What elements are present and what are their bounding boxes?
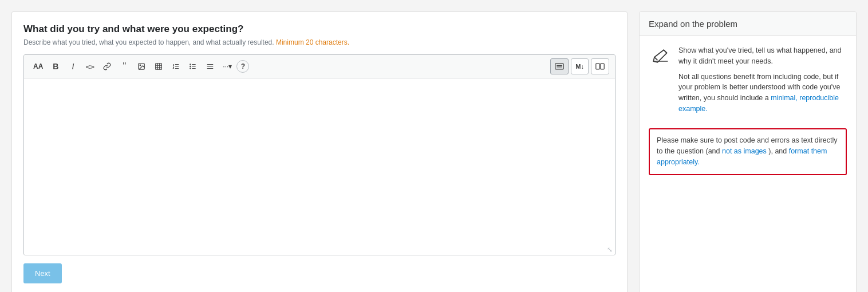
svg-rect-2	[156, 64, 162, 70]
svg-point-13	[190, 64, 191, 65]
main-panel: What did you try and what were you expec…	[11, 11, 628, 292]
pencil-icon	[649, 45, 670, 67]
warning-text: Please make sure to post code and errors…	[657, 135, 839, 168]
question-subtitle: Describe what you tried, what you expect…	[23, 38, 616, 46]
view-markdown-btn[interactable]: M↓	[571, 58, 589, 74]
svg-point-1	[140, 65, 141, 66]
tip-paragraph2: Not all questions benefit from including…	[678, 72, 847, 115]
sidebar-warning: Please make sure to post code and errors…	[649, 128, 847, 175]
bold-btn[interactable]: B	[48, 58, 64, 74]
resize-icon: ⤡	[607, 246, 613, 254]
link-btn[interactable]	[99, 58, 115, 74]
svg-point-14	[190, 66, 191, 66]
view-richtext-btn[interactable]	[550, 58, 569, 74]
subtitle-highlight: Minimum 20 characters.	[276, 38, 349, 46]
subtitle-text: Describe what you tried, what you expect…	[23, 38, 274, 46]
next-button[interactable]: Next	[23, 263, 62, 283]
editor-container: AA B I <> "	[23, 54, 616, 255]
align-btn[interactable]	[202, 58, 218, 74]
view-preview-btn[interactable]	[591, 58, 609, 74]
svg-rect-23	[601, 64, 604, 69]
toolbar-right: M↓	[550, 58, 609, 74]
svg-rect-22	[596, 64, 599, 69]
quote-btn[interactable]: "	[116, 58, 132, 74]
italic-btn[interactable]: I	[65, 58, 81, 74]
help-btn[interactable]: ?	[236, 60, 249, 73]
font-size-btn[interactable]: AA	[30, 58, 46, 74]
page-container: What did you try and what were you expec…	[11, 11, 857, 292]
svg-rect-19	[555, 64, 563, 69]
editor-toolbar: AA B I <> "	[24, 55, 615, 78]
code-btn[interactable]: <>	[82, 58, 98, 74]
editor-resize-handle: ⤡	[24, 244, 615, 255]
image-btn[interactable]	[133, 58, 149, 74]
question-title: What did you try and what were you expec…	[23, 23, 616, 35]
not-as-images-link[interactable]: not as images	[722, 147, 767, 155]
sidebar-header: Expand on the problem	[640, 12, 856, 36]
ol-btn[interactable]	[168, 58, 184, 74]
svg-point-15	[190, 68, 191, 69]
warning-text-mid: ), and	[768, 147, 787, 155]
sidebar-panel: Expand on the problem Show what you've t…	[639, 11, 857, 292]
ul-btn[interactable]	[185, 58, 201, 74]
more-btn[interactable]: ···▾	[219, 58, 235, 74]
editor-body[interactable]	[24, 78, 615, 244]
sidebar-content: Show what you've tried, tell us what hap…	[640, 36, 856, 184]
sidebar-tip: Show what you've tried, tell us what hap…	[649, 45, 847, 119]
table-btn[interactable]	[151, 58, 167, 74]
tip-text: Show what you've tried, tell us what hap…	[678, 45, 847, 119]
tip-paragraph1: Show what you've tried, tell us what hap…	[678, 45, 847, 67]
